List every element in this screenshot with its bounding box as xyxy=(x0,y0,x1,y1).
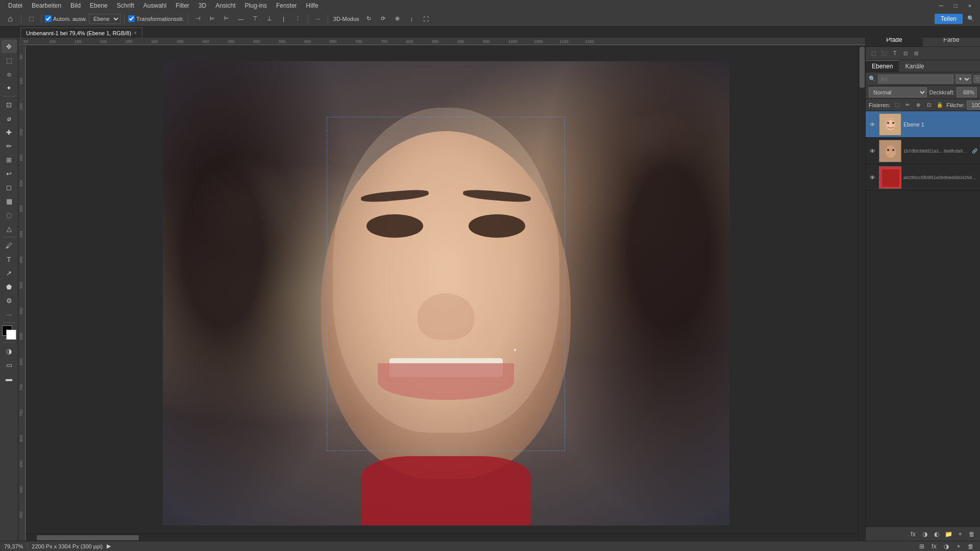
layer-delete-button[interactable]: 🗑 xyxy=(967,529,977,539)
menu-item-ansicht[interactable]: Ansicht xyxy=(211,1,239,10)
v-scroll-thumb[interactable] xyxy=(860,47,865,88)
menu-item-plugins[interactable]: Plug-ins xyxy=(241,1,271,10)
layer-item-3[interactable]: 👁 a6285cc5fb9f61e0b90e66b0425d1be7 xyxy=(866,164,980,191)
home-button[interactable]: ⌂ xyxy=(3,13,17,24)
layer-group-button[interactable]: 📁 xyxy=(943,529,953,539)
status-triangle[interactable]: ▶ xyxy=(107,543,111,549)
status-new-layer-button[interactable]: + xyxy=(953,541,964,552)
smart-tool[interactable]: ⚙ xyxy=(2,294,17,307)
layer-mask-button[interactable]: ◑ xyxy=(920,529,930,539)
tab-close-button[interactable]: × xyxy=(134,30,137,36)
status-mask-button[interactable]: ◑ xyxy=(941,541,951,552)
horizontal-scrollbar[interactable] xyxy=(27,534,858,541)
menu-item-schrift[interactable]: Schrift xyxy=(113,1,138,10)
fill-input[interactable] xyxy=(967,101,980,110)
scale-button[interactable]: ⛶ xyxy=(420,13,432,24)
layer-text-button[interactable]: T xyxy=(890,49,899,58)
layer-style-button[interactable]: ⊟ xyxy=(912,49,921,58)
lock-all-button[interactable]: 🔒 xyxy=(935,101,944,110)
shape-tool[interactable]: ⬟ xyxy=(2,280,17,293)
search-button[interactable]: 🔍 xyxy=(965,13,977,24)
orbit-button[interactable]: ⟳ xyxy=(377,13,389,24)
menu-item-hilfe[interactable]: Hilfe xyxy=(302,1,323,10)
window-minimize-button[interactable]: ─ xyxy=(935,0,947,11)
pan-button[interactable]: ⊕ xyxy=(391,13,404,24)
layer-eye-3[interactable]: 👁 xyxy=(868,173,877,182)
lock-transform-button[interactable]: ⊕ xyxy=(914,101,923,110)
menu-item-auswahl[interactable]: Auswahl xyxy=(139,1,170,10)
lock-artboard-button[interactable]: ⊡ xyxy=(924,101,934,110)
align-bottom-button[interactable]: | xyxy=(278,13,290,24)
menu-item-filter[interactable]: Filter xyxy=(172,1,193,10)
lock-pixels-button[interactable]: ⬚ xyxy=(892,101,901,110)
layer-item-2[interactable]: 👁 1b7dbb39dd21a1…8a9fcda93d5e72 🔗 xyxy=(866,138,980,164)
dodge-tool[interactable]: △ xyxy=(2,222,17,235)
auto-select-dropdown[interactable]: Ebene xyxy=(89,14,120,24)
menu-item-bearbeiten[interactable]: Bearbeiten xyxy=(28,1,65,10)
menu-item-datei[interactable]: Datei xyxy=(4,1,27,10)
status-arrange-button[interactable]: ⊞ xyxy=(917,541,927,552)
layer-eye-ebene1[interactable]: 👁 xyxy=(868,120,877,129)
tab-kanaele[interactable]: Kanäle xyxy=(899,60,930,72)
filter-pixel-icon[interactable]: □ xyxy=(973,75,980,83)
window-maximize-button[interactable]: □ xyxy=(949,0,962,11)
eraser-tool[interactable]: ◻ xyxy=(2,181,17,194)
layer-link-button[interactable]: ⊡ xyxy=(901,49,910,58)
layer-item-ebene1[interactable]: 👁 Ebene 1 xyxy=(866,111,980,138)
menu-item-ebene[interactable]: Ebene xyxy=(86,1,112,10)
status-fx-button[interactable]: fx xyxy=(929,541,939,552)
lasso-tool[interactable]: ⌾ xyxy=(2,67,17,81)
document-tab[interactable]: Unbenannt-1 bei 79,4% (Ebene 1, RGB/8) × xyxy=(20,28,142,38)
layer-filter-button[interactable]: ⬛ xyxy=(879,49,889,58)
slide-button[interactable]: ↕ xyxy=(406,13,418,24)
align-center-h-button[interactable]: ⊨ xyxy=(206,13,218,24)
rotate-button[interactable]: ↻ xyxy=(363,13,375,24)
layer-new-button[interactable]: + xyxy=(955,529,965,539)
quick-mask-button[interactable]: ◑ xyxy=(2,344,17,358)
layer-eye-2[interactable]: 👁 xyxy=(868,146,877,156)
vertical-scrollbar[interactable] xyxy=(858,46,865,541)
canvas-area[interactable] xyxy=(27,46,865,541)
more-options-button[interactable]: ··· xyxy=(312,13,324,24)
move-tool[interactable]: ✥ xyxy=(2,40,17,53)
healing-tool[interactable]: ✚ xyxy=(2,126,17,139)
distribute-button[interactable]: ⋮ xyxy=(292,13,304,24)
layer-add-adjustment-button[interactable]: ⬚ xyxy=(869,49,878,58)
align-sep-button[interactable]: — xyxy=(235,13,247,24)
layers-filter-dropdown[interactable]: ▾ xyxy=(955,74,971,84)
magic-wand-tool[interactable]: ✦ xyxy=(2,81,17,94)
pen-tool[interactable]: 🖊 xyxy=(2,239,17,252)
opacity-input[interactable] xyxy=(957,87,977,97)
background-color[interactable] xyxy=(6,330,16,340)
align-center-v-button[interactable]: ⊥ xyxy=(263,13,276,24)
stamp-tool[interactable]: ⊞ xyxy=(2,153,17,166)
layer-fx-button[interactable]: fx xyxy=(908,529,918,539)
layer-adjustment-button[interactable]: ◐ xyxy=(932,529,942,539)
status-delete-button[interactable]: 🗑 xyxy=(966,541,976,552)
blur-tool[interactable]: ◌ xyxy=(2,208,17,221)
screen-mode-button[interactable]: ▭ xyxy=(2,358,17,371)
type-tool[interactable]: T xyxy=(2,253,17,266)
menu-item-3d[interactable]: 3D xyxy=(194,1,210,10)
tab-ebenen[interactable]: Ebenen xyxy=(866,60,899,72)
history-brush-tool[interactable]: ↩ xyxy=(2,167,17,180)
menu-item-bild[interactable]: Bild xyxy=(66,1,85,10)
align-left-button[interactable]: ⊣ xyxy=(192,13,204,24)
h-scroll-thumb[interactable] xyxy=(37,535,139,540)
layers-search-input[interactable] xyxy=(878,74,953,84)
align-right-button[interactable]: ⊢ xyxy=(220,13,233,24)
window-close-button[interactable]: × xyxy=(964,0,976,11)
path-select-tool[interactable]: ↗ xyxy=(2,266,17,280)
align-top-button[interactable]: ⊤ xyxy=(249,13,261,24)
screen-mode-full-button[interactable]: ▬ xyxy=(2,372,17,385)
blend-mode-dropdown[interactable]: Normal xyxy=(869,87,927,97)
eyedropper-tool[interactable]: ⌀ xyxy=(2,112,17,125)
share-button[interactable]: Teilen xyxy=(935,14,963,24)
crop-tool[interactable]: ⊡ xyxy=(2,98,17,111)
lock-paint-button[interactable]: ✏ xyxy=(903,101,912,110)
marquee-tool[interactable]: ⬚ xyxy=(2,54,17,67)
auto-select-checkbox[interactable] xyxy=(45,15,52,22)
tool-mode-button[interactable]: ⬚ xyxy=(25,13,37,24)
brush-tool[interactable]: ✏ xyxy=(2,139,17,153)
more-tools-button[interactable]: ··· xyxy=(2,308,17,321)
